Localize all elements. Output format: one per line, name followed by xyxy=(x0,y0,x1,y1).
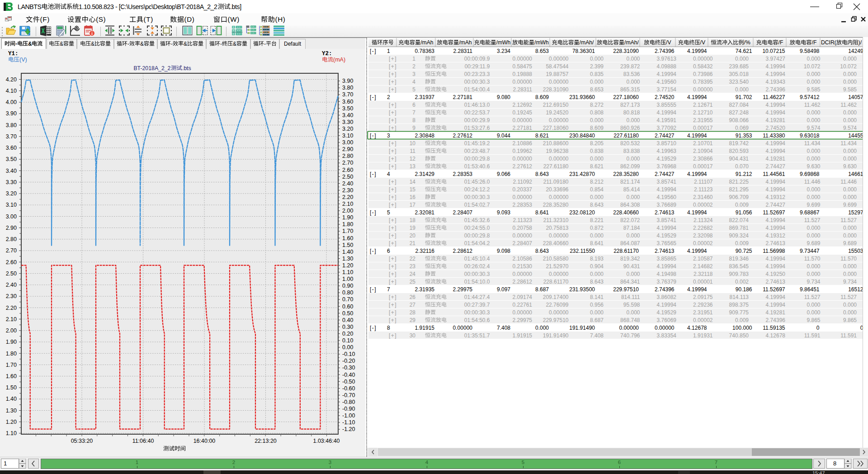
svg-text:11.44561: 11.44561 xyxy=(763,171,785,177)
svg-text:2.09175: 2.09175 xyxy=(693,294,713,300)
svg-text:-0.10: -0.10 xyxy=(342,351,355,357)
svg-text:[+]: [+] xyxy=(389,179,397,185)
svg-text:2.50: 2.50 xyxy=(6,270,17,277)
svg-text:(T): (T) xyxy=(144,15,153,23)
svg-text:4.19994: 4.19994 xyxy=(766,63,786,70)
svg-text:827.173: 827.173 xyxy=(620,102,640,108)
svg-text:2.31460: 2.31460 xyxy=(693,194,713,200)
svg-text:2.27612: 2.27612 xyxy=(513,163,533,170)
svg-text:0: 0 xyxy=(816,325,820,331)
svg-text:[+]: [+] xyxy=(389,317,397,323)
svg-text:909.324: 909.324 xyxy=(729,232,749,239)
svg-text:4.19281: 4.19281 xyxy=(766,156,786,162)
svg-text:0.000: 0.000 xyxy=(626,232,640,239)
svg-text:15297: 15297 xyxy=(848,209,863,216)
svg-text:8.643: 8.643 xyxy=(590,279,604,285)
svg-text:(V): (V) xyxy=(19,57,27,63)
svg-text:00:00:30.3: 00:00:30.3 xyxy=(464,194,490,200)
svg-text:9.630: 9.630 xyxy=(807,163,820,170)
svg-text:3.50: 3.50 xyxy=(342,105,353,112)
svg-text:229.97510: 229.97510 xyxy=(613,286,639,293)
svg-text:210.88600: 210.88600 xyxy=(543,140,569,147)
svg-text:862.099: 862.099 xyxy=(620,163,640,170)
svg-text:9.585: 9.585 xyxy=(843,86,857,93)
svg-text:21.52970: 21.52970 xyxy=(546,263,568,270)
svg-text:0.00000: 0.00000 xyxy=(693,86,713,93)
svg-text:15503: 15503 xyxy=(848,248,863,254)
svg-text:3.30: 3.30 xyxy=(6,179,17,185)
svg-text:-0.30: -0.30 xyxy=(342,365,355,371)
svg-text:4.19994: 4.19994 xyxy=(687,48,707,54)
svg-text:91.056: 91.056 xyxy=(736,209,752,216)
svg-text:[+]: [+] xyxy=(389,71,397,77)
svg-text:3.20: 3.20 xyxy=(342,126,353,132)
svg-text:-0.50: -0.50 xyxy=(342,379,355,385)
svg-text:18: 18 xyxy=(410,217,416,223)
svg-text:Default: Default xyxy=(284,40,302,47)
svg-text:00:24:55.0: 00:24:55.0 xyxy=(464,225,490,231)
svg-text:0.000: 0.000 xyxy=(590,194,604,200)
svg-text:4.19994: 4.19994 xyxy=(657,225,677,231)
svg-text:-: - xyxy=(220,40,222,47)
svg-text:&: & xyxy=(184,40,187,47)
svg-text:[-]: [-] xyxy=(370,133,377,139)
svg-text:819.346: 819.346 xyxy=(729,256,749,262)
svg-text:8.272: 8.272 xyxy=(590,102,604,108)
svg-text:9.73447: 9.73447 xyxy=(800,248,820,254)
svg-text:2.74396: 2.74396 xyxy=(766,86,786,93)
svg-text:2.32081: 2.32081 xyxy=(415,209,435,216)
svg-text:11.591: 11.591 xyxy=(804,332,821,339)
svg-text:821.225: 821.225 xyxy=(729,179,749,185)
svg-text:191.91490: 191.91490 xyxy=(543,332,569,339)
svg-text:4.19529: 4.19529 xyxy=(657,232,677,239)
svg-text:11.591: 11.591 xyxy=(840,332,857,339)
svg-text:2.28353: 2.28353 xyxy=(453,171,473,177)
svg-text:0.00002: 0.00002 xyxy=(693,240,713,246)
svg-text:1.10: 1.10 xyxy=(6,430,17,436)
svg-text:4.19994: 4.19994 xyxy=(687,286,707,293)
svg-text:0.58432: 0.58432 xyxy=(693,63,713,70)
svg-text:0.009: 0.009 xyxy=(735,240,749,246)
svg-text:0.00000: 0.00000 xyxy=(549,271,569,277)
svg-text:01:44:27.4: 01:44:27.4 xyxy=(464,294,490,300)
svg-text:229.97510: 229.97510 xyxy=(543,317,569,323)
svg-text:[+]: [+] xyxy=(389,148,397,154)
svg-text:0.000: 0.000 xyxy=(807,109,820,116)
svg-text:4.19994: 4.19994 xyxy=(687,248,707,254)
svg-text:2.11323: 2.11323 xyxy=(513,217,533,223)
svg-text:2.32118: 2.32118 xyxy=(693,271,713,277)
svg-text:0.000: 0.000 xyxy=(626,117,640,123)
svg-text:11.46227: 11.46227 xyxy=(763,94,785,100)
svg-text:822.072: 822.072 xyxy=(620,217,640,223)
svg-text:2.28612: 2.28612 xyxy=(453,248,473,254)
svg-text:Y2:: Y2: xyxy=(322,51,332,57)
svg-text:2.14682: 2.14682 xyxy=(693,263,713,270)
svg-text:83.838: 83.838 xyxy=(623,148,640,154)
svg-text:2.12692: 2.12692 xyxy=(513,102,533,108)
svg-text:4.19591: 4.19591 xyxy=(657,117,677,123)
svg-text:13: 13 xyxy=(410,163,416,170)
svg-text:2.50: 2.50 xyxy=(342,174,353,180)
svg-text:2.74396: 2.74396 xyxy=(655,48,675,54)
svg-text:(W): (W) xyxy=(228,15,240,23)
svg-text:0.000: 0.000 xyxy=(843,271,857,277)
svg-text:2.28311: 2.28311 xyxy=(453,48,473,54)
svg-text:3.76968: 3.76968 xyxy=(657,163,677,170)
svg-text:2.31935: 2.31935 xyxy=(415,286,435,293)
svg-text:00:24:12.2: 00:24:12.2 xyxy=(464,186,490,193)
svg-text:9.585: 9.585 xyxy=(807,86,820,93)
svg-text:8.687: 8.687 xyxy=(590,317,604,323)
svg-text:0.000: 0.000 xyxy=(843,109,857,116)
svg-text:1.90: 1.90 xyxy=(6,339,17,345)
svg-text:228.40660: 228.40660 xyxy=(613,209,639,216)
svg-text:3.85741: 3.85741 xyxy=(657,217,677,223)
svg-text:2.28407: 2.28407 xyxy=(453,209,473,216)
svg-text:19.96238: 19.96238 xyxy=(546,148,568,154)
svg-text:10: 10 xyxy=(410,140,416,147)
svg-text:0.00000: 0.00000 xyxy=(513,117,533,123)
svg-text:2.28353: 2.28353 xyxy=(513,202,533,208)
svg-text:/mWh: /mWh xyxy=(496,39,511,46)
svg-text:2.30: 2.30 xyxy=(6,293,17,299)
svg-text:2.29975: 2.29975 xyxy=(453,286,473,293)
svg-text:1.30: 1.30 xyxy=(6,408,17,414)
